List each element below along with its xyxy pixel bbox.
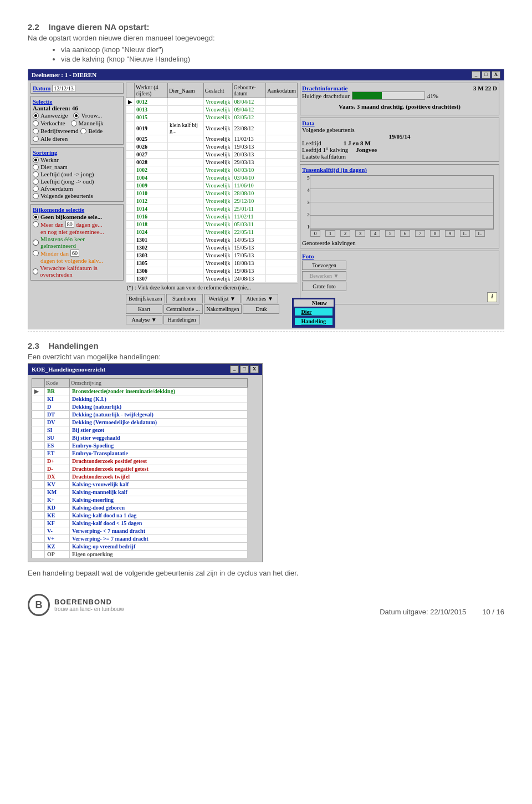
grid-footnote: (*) : Vink deze kolom aan voor de reform…	[126, 283, 298, 292]
col-diernaam[interactable]: Dier_Naam	[168, 83, 204, 98]
col-kode[interactable]: Kode	[45, 379, 70, 388]
radio-oud-jong[interactable]	[33, 171, 39, 177]
table-row[interactable]: KIDekking (K.I.)	[32, 395, 248, 403]
table-row[interactable]: KDKalving-dood geboren	[32, 504, 248, 512]
btn-druk[interactable]: Druk	[243, 304, 279, 314]
col-geslacht[interactable]: Geslacht	[203, 83, 232, 98]
radio-meer-dan[interactable]	[33, 221, 39, 227]
table-row[interactable]: OPEigen opmerking	[32, 551, 248, 558]
table-row[interactable]: ▶0012Vrouwelijk08/04/12	[126, 98, 298, 106]
radio-afvoer[interactable]	[33, 186, 39, 192]
table-row[interactable]: V-Verwerping- < 7 maand dracht	[32, 527, 248, 535]
table-row[interactable]: 0019klein kalf bij g...Vrouwelijk23/08/1…	[126, 121, 298, 135]
btn-analyse[interactable]: Analyse ▼	[126, 315, 162, 324]
minder-dan-input[interactable]: 60	[70, 250, 79, 257]
table-row[interactable]: 0027Vrouwelijk20/03/13	[126, 151, 298, 159]
table-row[interactable]: DXDrachtonderzoek twijfel	[32, 473, 248, 481]
maximize-icon[interactable]: □	[482, 71, 490, 79]
maximize-icon[interactable]: □	[240, 365, 249, 373]
dieren-table[interactable]: Werknr (4 cijfers) Dier_Naam Geslacht Ge…	[126, 83, 298, 283]
radio-bedrijfsvreemd[interactable]	[33, 128, 39, 134]
info-icon[interactable]: i	[487, 292, 497, 302]
btn-bewerken[interactable]: Bewerken ▼	[302, 271, 346, 281]
close-icon[interactable]: X	[250, 365, 259, 373]
table-row[interactable]: ETEmbryo-Transplantatie	[32, 450, 248, 457]
screenshot-handelingen-window: KOE_Handelingenoverzicht _ □ X Kode Omsc…	[28, 363, 263, 562]
minimize-icon[interactable]: _	[230, 365, 239, 373]
btn-nieuw-dier[interactable]: Dier	[294, 307, 334, 317]
radio-diernaam[interactable]	[33, 164, 39, 170]
table-row[interactable]: KMKalving-mannelijk kalf	[32, 488, 248, 496]
table-row[interactable]: 1010Vrouwelijk28/08/10	[126, 190, 298, 197]
close-icon[interactable]: X	[492, 71, 500, 79]
table-row[interactable]: DTDekking (natuurlijk - twijfelgeval)	[32, 411, 248, 419]
radio-alle[interactable]	[33, 136, 39, 142]
table-row[interactable]: 1018Vrouwelijk05/03/11	[126, 221, 298, 228]
btn-toevoegen[interactable]: Toevoegen	[302, 261, 346, 270]
radio-beide[interactable]	[80, 128, 86, 134]
chart-tick: 1..	[475, 230, 485, 237]
table-row[interactable]: ▶BRBronstdetectie(zonder inseminatie/dek…	[32, 388, 248, 395]
btn-stamboom[interactable]: Stamboom	[166, 294, 203, 303]
btn-nieuw-handeling[interactable]: Handeling	[294, 317, 334, 326]
btn-werklijst[interactable]: Werklijst ▼	[204, 294, 241, 303]
table-row[interactable]: DVDekking (Vermoedelijke dekdatum)	[32, 419, 248, 426]
table-row[interactable]: 0025Vrouwelijk11/02/13	[126, 135, 298, 143]
table-row[interactable]: V+Verwerping- >= 7 maand dracht	[32, 535, 248, 543]
radio-aanwezige[interactable]	[33, 113, 39, 119]
btn-grote-foto[interactable]: Grote foto	[302, 282, 346, 291]
radio-werknr[interactable]	[33, 157, 39, 163]
radio-jong-oud[interactable]	[33, 179, 39, 185]
table-row[interactable]: 0028Vrouwelijk29/03/13	[126, 159, 298, 166]
table-row[interactable]: 0015Vrouwelijk03/05/12	[126, 114, 298, 121]
btn-kaart[interactable]: Kaart	[126, 304, 162, 314]
btn-attenties[interactable]: Attenties ▼	[242, 294, 278, 303]
radio-verwachte[interactable]	[33, 268, 38, 274]
table-row[interactable]: K+Kalving-meerling	[32, 496, 248, 504]
table-row[interactable]: D+Drachtonderzoek positief getest	[32, 457, 248, 465]
table-row[interactable]: 1016Vrouwelijk11/02/11	[126, 213, 298, 221]
handelingen-table[interactable]: Kode Omschrijving ▶BRBronstdetectie(zond…	[32, 378, 248, 558]
btn-centralisatie[interactable]: Centralisatie ...	[163, 304, 203, 314]
table-row[interactable]: 1014Vrouwelijk25/01/11	[126, 205, 298, 213]
radio-volgende[interactable]	[33, 193, 39, 199]
table-row[interactable]: 0026Vrouwelijk19/03/13	[126, 143, 298, 151]
table-row[interactable]: 1012Vrouwelijk29/12/10	[126, 197, 298, 205]
table-row[interactable]: DDekking (natuurlijk)	[32, 403, 248, 411]
radio-minstens[interactable]	[33, 240, 39, 246]
radio-geen-bij[interactable]	[33, 214, 39, 220]
btn-nakomelingen[interactable]: Nakomelingen	[204, 304, 242, 314]
radio-vrouw[interactable]	[73, 113, 79, 119]
table-row[interactable]: 1305Vrouwelijk18/08/13	[126, 259, 298, 267]
table-row[interactable]: 1024Vrouwelijk22/05/11	[126, 228, 298, 236]
table-row[interactable]: 1004Vrouwelijk03/04/10	[126, 174, 298, 182]
radio-verkochte[interactable]	[33, 120, 39, 126]
table-row[interactable]: 1306Vrouwelijk19/08/13	[126, 267, 298, 275]
col-werknr[interactable]: Werknr (4 cijfers)	[135, 83, 168, 98]
btn-bedrijfskeuzen[interactable]: Bedrijfskeuzen	[126, 294, 165, 303]
col-geboorte[interactable]: Geboorte-datum	[232, 83, 266, 98]
table-row[interactable]: 1307Vrouwelijk24/08/13	[126, 275, 298, 283]
minimize-icon[interactable]: _	[472, 71, 480, 79]
radio-minder-dan[interactable]	[33, 250, 39, 256]
table-row[interactable]: 1009Vrouwelijk11/06/10	[126, 182, 298, 190]
table-row[interactable]: SIBij stier gezet	[32, 426, 248, 434]
table-row[interactable]: KFKalving-kalf dood < 15 dagen	[32, 520, 248, 527]
datum-input[interactable]: 12/12/13	[52, 85, 75, 92]
table-row[interactable]: D-Drachtonderzoek negatief getest	[32, 465, 248, 473]
table-row[interactable]: KVKalving-vrouwelijk kalf	[32, 481, 248, 488]
table-row[interactable]: 1301Vrouwelijk14/05/13	[126, 236, 298, 244]
radio-mannelijk[interactable]	[71, 120, 77, 126]
table-row[interactable]: 1002Vrouwelijk04/03/10	[126, 166, 298, 174]
table-row[interactable]: 1303Vrouwelijk17/05/13	[126, 252, 298, 259]
btn-handelingen[interactable]: Handelingen	[163, 315, 200, 324]
table-row[interactable]: ESEmbryo-Spoeling	[32, 442, 248, 450]
table-row[interactable]: KEKalving-kalf dood na 1 dag	[32, 512, 248, 520]
table-row[interactable]: 1302Vrouwelijk15/05/13	[126, 244, 298, 252]
table-row[interactable]: SUBij stier weggehaald	[32, 434, 248, 442]
table-row[interactable]: 0013Vrouwelijk09/04/12	[126, 106, 298, 114]
col-aanko[interactable]: Aankodatum	[266, 83, 298, 98]
table-row[interactable]: KZKalving-op vreemd bedrijf	[32, 543, 248, 551]
col-omschrijving[interactable]: Omschrijving	[70, 379, 248, 388]
meer-dan-input[interactable]: 80	[65, 221, 74, 228]
